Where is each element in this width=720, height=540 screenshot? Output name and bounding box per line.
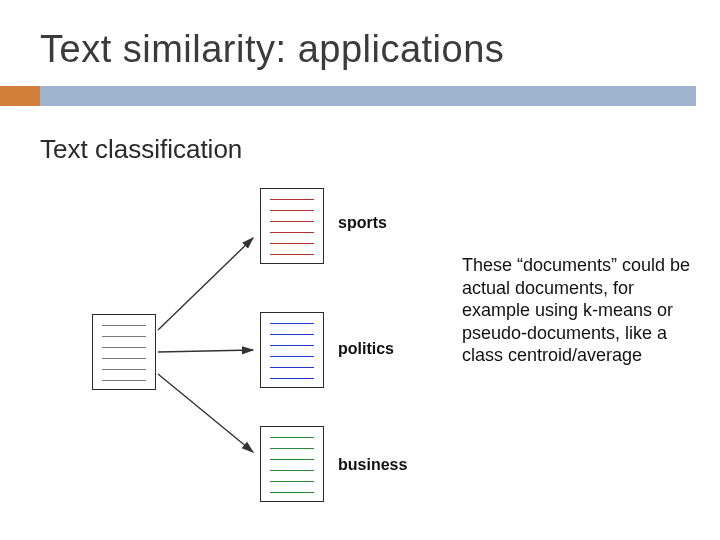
title-underline (0, 86, 720, 106)
doc-line (102, 325, 146, 326)
doc-line (270, 470, 314, 471)
doc-line (270, 459, 314, 460)
title-underline-accent (0, 86, 40, 106)
doc-line (270, 323, 314, 324)
business-document-icon (260, 426, 324, 502)
doc-line (270, 367, 314, 368)
doc-line (270, 334, 314, 335)
doc-line (102, 347, 146, 348)
slide-title: Text similarity: applications (40, 28, 504, 71)
source-document-icon (92, 314, 156, 390)
section-heading: Text classification (40, 134, 242, 165)
politics-document-icon (260, 312, 324, 388)
doc-line (270, 378, 314, 379)
doc-line (270, 221, 314, 222)
politics-label: politics (338, 340, 394, 358)
business-label: business (338, 456, 407, 474)
doc-line (102, 380, 146, 381)
sports-label: sports (338, 214, 387, 232)
doc-line (270, 199, 314, 200)
doc-line (270, 243, 314, 244)
doc-line (270, 437, 314, 438)
doc-line (270, 232, 314, 233)
doc-line (270, 481, 314, 482)
doc-line (270, 345, 314, 346)
arrow-to-sports (158, 238, 253, 330)
doc-line (102, 358, 146, 359)
doc-line (270, 210, 314, 211)
title-underline-bar (40, 86, 696, 106)
explanatory-note: These “documents” could be actual docume… (462, 254, 700, 367)
doc-line (270, 356, 314, 357)
arrow-to-politics (158, 350, 253, 352)
doc-line (270, 254, 314, 255)
doc-line (270, 492, 314, 493)
doc-line (270, 448, 314, 449)
sports-document-icon (260, 188, 324, 264)
arrow-to-business (158, 374, 253, 452)
doc-line (102, 369, 146, 370)
doc-line (102, 336, 146, 337)
